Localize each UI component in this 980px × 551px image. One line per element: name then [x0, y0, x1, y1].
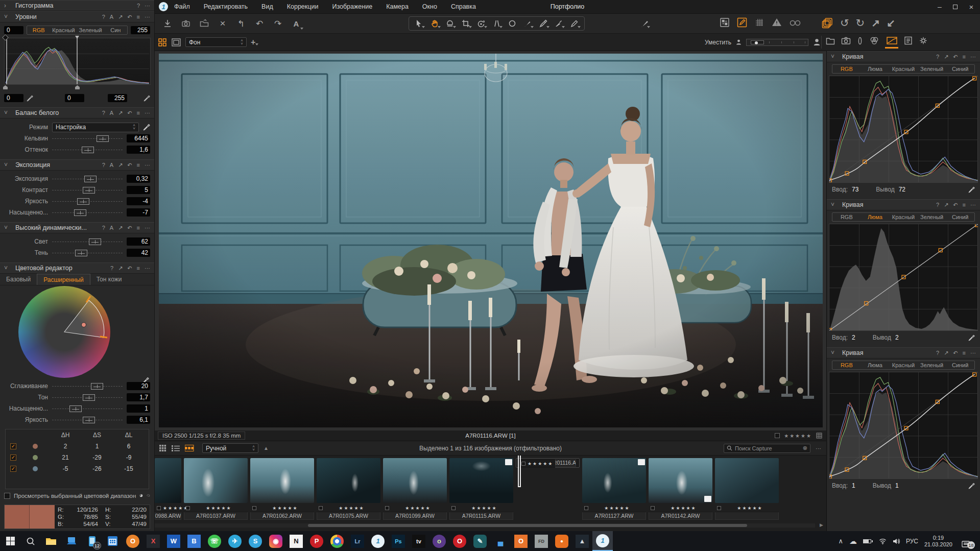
expand-icon[interactable]: ↗ — [118, 162, 123, 169]
chevron-icon[interactable]: ˅ — [831, 53, 838, 60]
chevron-icon[interactable]: ˅ — [4, 265, 11, 272]
rotate-ccw-icon[interactable]: ↺ — [840, 17, 849, 29]
import-icon[interactable] — [160, 16, 175, 31]
thumbnail-cell[interactable]: ★★★★★ A7R01127.ARW — [582, 458, 646, 520]
undo-icon[interactable]: ↶ — [252, 16, 267, 31]
levels-out-black[interactable]: 0 — [4, 94, 23, 102]
help-icon[interactable]: ? — [936, 350, 939, 356]
shadow-slider[interactable] — [52, 250, 123, 256]
color-range-row[interactable]: ✓ 21-29-9 — [6, 452, 149, 463]
menu-camera[interactable]: Камера — [386, 3, 409, 10]
expand-icon[interactable]: ↗ — [944, 350, 948, 356]
wifi-icon[interactable] — [879, 538, 887, 544]
taskbar-app-whatsapp[interactable]: ☏ — [204, 531, 225, 551]
search-input[interactable]: Поиск Capture ⊗ — [724, 444, 810, 453]
expand-icon[interactable]: ↗ — [118, 14, 123, 20]
file-explorer-icon[interactable] — [41, 531, 61, 551]
auto-icon[interactable]: A — [110, 14, 113, 20]
tab-rgb[interactable]: RGB — [832, 362, 861, 368]
slider-value[interactable]: 62 — [127, 237, 150, 246]
range-checkbox[interactable]: ✓ — [10, 443, 16, 449]
more-icon[interactable]: ··· — [145, 14, 150, 20]
tab-skin-tone[interactable]: Тон кожи — [90, 274, 128, 285]
auto-icon[interactable]: A — [110, 110, 113, 116]
device-icon[interactable] — [61, 531, 82, 551]
mid-point-top-handle[interactable] — [75, 36, 79, 39]
thumbnail-cell[interactable]: ★★★★★ 0988.ARW — [155, 458, 181, 520]
range-checkbox[interactable]: ✓ — [10, 454, 16, 461]
menu-view[interactable]: Вид — [261, 3, 273, 10]
help-icon[interactable]: ? — [102, 162, 105, 168]
wb-mode-select[interactable]: Настройка ˄˅ — [52, 123, 139, 132]
curve-input-value[interactable]: 73 — [852, 186, 858, 193]
filmstrip-scrollbar[interactable] — [155, 523, 815, 528]
curve-picker-icon[interactable] — [968, 186, 975, 193]
curve-picker-icon[interactable] — [968, 483, 975, 489]
exposure-warning-icon[interactable] — [771, 17, 782, 28]
kelvin-slider[interactable] — [52, 135, 123, 142]
slider-value[interactable]: 0,32 — [127, 175, 150, 183]
reset-icon[interactable]: ↶ — [127, 265, 132, 272]
reset-icon[interactable]: ↶ — [953, 202, 958, 208]
sort-select[interactable]: Ручной ˄˅ — [202, 443, 258, 453]
scrollbar-thumb[interactable] — [308, 524, 747, 527]
reset-icon[interactable]: ↶ — [953, 54, 958, 60]
select-tool-icon[interactable] — [412, 17, 425, 30]
menu-help[interactable]: Справка — [451, 3, 476, 10]
tab-rgb[interactable]: RGB — [832, 66, 861, 72]
contrast-slider[interactable] — [52, 187, 123, 194]
slider-value[interactable]: 42 — [127, 249, 150, 257]
curve-picker-icon[interactable] — [968, 334, 975, 341]
smoothness-slider[interactable] — [52, 383, 123, 390]
taskbar-app-faststone[interactable]: FD — [531, 531, 552, 551]
section-curve-3[interactable]: ˅ Кривая ?↗↶≡··· — [827, 347, 980, 358]
tab-red[interactable]: Красный — [50, 27, 77, 33]
expand-icon[interactable]: ↗ — [118, 110, 123, 116]
auto-icon[interactable]: A — [110, 225, 113, 231]
onedrive-cloud-icon[interactable]: ☁ — [849, 537, 857, 546]
taskbar-app-photoshop[interactable]: Ps — [388, 531, 409, 551]
single-view-icon[interactable] — [171, 38, 181, 47]
expand-icon[interactable]: ↗ — [118, 225, 123, 231]
reset-adjustments-icon[interactable]: ↰ — [233, 16, 249, 31]
fit-button[interactable]: Уместить — [705, 39, 731, 46]
tab-luma[interactable]: Люма — [861, 214, 890, 220]
taskbar-app-telegram[interactable]: ✈ — [225, 531, 245, 551]
maximize-button[interactable] — [947, 5, 963, 9]
more-icon[interactable]: ··· — [145, 225, 150, 231]
keystone-tool-icon[interactable] — [490, 17, 503, 30]
tab-basic[interactable]: Базовый — [0, 274, 37, 285]
expand-icon[interactable]: ↗ — [944, 202, 948, 208]
help-icon[interactable]: ? — [137, 3, 140, 9]
tab-luma[interactable]: Люма — [861, 362, 890, 368]
slider-value[interactable]: -7 — [127, 208, 150, 217]
section-hdr[interactable]: ˅ Высокий динамически... ?A↗↶≡··· — [0, 222, 154, 233]
clear-search-icon[interactable]: ⊗ — [803, 445, 807, 451]
levels-input-white[interactable]: 255 — [131, 26, 150, 34]
tab-rgb[interactable]: RGB — [27, 27, 50, 33]
help-icon[interactable]: ? — [102, 14, 105, 20]
exposure-tab-icon[interactable] — [885, 36, 898, 49]
rotate-cw-icon[interactable]: ↻ — [856, 17, 865, 29]
color-wheel-selection[interactable] — [18, 286, 110, 378]
battery-icon[interactable] — [863, 539, 873, 543]
shadow-picker-icon[interactable] — [27, 95, 33, 102]
taskbar-app-captureone[interactable]: 1 — [368, 531, 388, 551]
taskbar-app-tor[interactable]: o — [429, 531, 449, 551]
slider-value[interactable]: 1 — [127, 404, 150, 413]
sort-direction-icon[interactable]: ▲ — [264, 445, 269, 451]
section-white-balance[interactable]: ˅ Баланс белого ?A↗↶≡··· — [0, 107, 154, 118]
reset-icon[interactable]: ↶ — [127, 110, 132, 116]
delete-icon[interactable]: × — [215, 16, 230, 31]
section-curve-1[interactable]: ˅ Кривая ?↗↶≡··· — [827, 51, 980, 62]
presets-icon[interactable]: ≡ — [137, 14, 140, 20]
taskbar-app-pinterest[interactable]: P — [306, 531, 327, 551]
taskbar-app-chrome[interactable] — [327, 531, 347, 551]
tab-green[interactable]: Зеленый — [918, 66, 946, 72]
reset-icon[interactable]: ↶ — [953, 350, 958, 356]
more-icon[interactable]: ··· — [970, 350, 976, 356]
section-color-editor[interactable]: ˅ Цветовой редактор ?↗↶≡··· — [0, 262, 154, 274]
taskbar-app-laptop[interactable]: ▄ — [490, 531, 511, 551]
tab-blue[interactable]: Синий — [946, 362, 974, 368]
chevron-icon[interactable]: ˅ — [4, 161, 11, 169]
